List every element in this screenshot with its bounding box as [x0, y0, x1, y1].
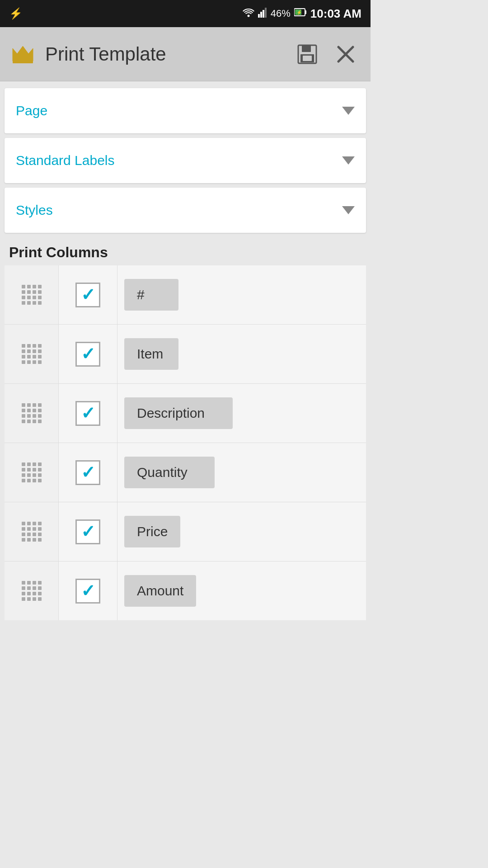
- time-display: 10:03 AM: [310, 7, 361, 21]
- drag-handle-grid-price: [22, 522, 42, 542]
- accordion-page[interactable]: Page: [5, 88, 366, 133]
- svg-rect-4: [265, 8, 267, 18]
- wifi-icon: [243, 7, 254, 20]
- save-button[interactable]: [291, 38, 323, 70]
- drag-handle-amount[interactable]: [5, 561, 59, 620]
- column-name-hash-button[interactable]: #: [124, 279, 178, 311]
- accordion-page-label: Page: [16, 103, 47, 118]
- svg-rect-1: [258, 14, 260, 18]
- drag-handle-hash[interactable]: [5, 265, 59, 324]
- checkbox-price[interactable]: ✓: [59, 502, 117, 561]
- column-name-price: Price: [117, 502, 366, 561]
- drag-handle-grid-description: [22, 403, 42, 423]
- checkbox-amount-wrapper[interactable]: ✓: [75, 579, 100, 604]
- checkmark-item: ✓: [81, 345, 95, 363]
- column-row-price: ✓ Price: [5, 502, 366, 561]
- checkbox-hash[interactable]: ✓: [59, 265, 117, 324]
- battery-icon: ⚡: [294, 7, 307, 20]
- accordion-standard-labels[interactable]: Standard Labels: [5, 138, 366, 183]
- drag-handle-quantity[interactable]: [5, 443, 59, 502]
- column-name-description-button[interactable]: Description: [124, 397, 233, 429]
- status-right: 46% ⚡ 10:03 AM: [243, 7, 361, 21]
- column-row-amount: ✓ Amount: [5, 561, 366, 620]
- drag-handle-description[interactable]: [5, 384, 59, 443]
- drag-handle-grid: [22, 285, 42, 305]
- drag-handle-grid-item: [22, 344, 42, 364]
- drag-handle-grid-amount: [22, 581, 42, 601]
- accordion-styles[interactable]: Styles: [5, 188, 366, 233]
- accordion-standard-labels-label: Standard Labels: [16, 153, 115, 168]
- accordion-styles-arrow: [342, 206, 355, 214]
- accordion-standard-labels-arrow: [342, 156, 355, 165]
- accordion-page-arrow: [342, 107, 355, 115]
- column-name-item-button[interactable]: Item: [124, 338, 178, 370]
- svg-rect-12: [302, 45, 311, 52]
- column-name-price-button[interactable]: Price: [124, 516, 180, 547]
- checkmark-hash: ✓: [81, 286, 95, 303]
- checkbox-item[interactable]: ✓: [59, 325, 117, 383]
- column-name-amount-button[interactable]: Amount: [124, 575, 196, 607]
- accordion-styles-label: Styles: [16, 203, 53, 218]
- status-bar: ⚡ 46% ⚡: [0, 0, 371, 27]
- column-row-item: ✓ Item: [5, 325, 366, 384]
- battery-percentage: 46%: [271, 8, 291, 19]
- svg-rect-14: [303, 56, 312, 61]
- svg-point-0: [247, 15, 249, 17]
- app-header: Print Template: [0, 27, 371, 81]
- column-name-description: Description: [117, 384, 366, 443]
- column-name-quantity-button[interactable]: Quantity: [124, 457, 215, 488]
- print-columns-table: ✓ # ✓ Item: [5, 265, 366, 620]
- column-row-quantity: ✓ Quantity: [5, 443, 366, 502]
- page-title: Print Template: [45, 43, 291, 65]
- status-left: ⚡: [9, 7, 23, 20]
- column-name-item: Item: [117, 325, 366, 383]
- drag-handle-grid-quantity: [22, 462, 42, 482]
- checkmark-price: ✓: [81, 523, 95, 540]
- checkbox-amount[interactable]: ✓: [59, 561, 117, 620]
- checkbox-price-wrapper[interactable]: ✓: [75, 519, 100, 544]
- close-button[interactable]: [330, 38, 361, 70]
- svg-text:⚡: ⚡: [296, 9, 302, 15]
- crown-icon: [9, 43, 36, 66]
- column-row-hash: ✓ #: [5, 265, 366, 325]
- checkbox-item-wrapper[interactable]: ✓: [75, 342, 100, 367]
- checkmark-description: ✓: [81, 405, 95, 422]
- checkbox-description[interactable]: ✓: [59, 384, 117, 443]
- header-actions: [291, 38, 361, 70]
- usb-icon: ⚡: [9, 7, 23, 20]
- print-columns-heading: Print Columns: [5, 237, 366, 265]
- drag-handle-price[interactable]: [5, 502, 59, 561]
- column-row-description: ✓ Description: [5, 384, 366, 443]
- column-name-hash: #: [117, 265, 366, 324]
- svg-rect-2: [260, 12, 262, 18]
- svg-rect-3: [263, 10, 264, 18]
- checkmark-quantity: ✓: [81, 464, 95, 481]
- checkbox-quantity[interactable]: ✓: [59, 443, 117, 502]
- checkmark-amount: ✓: [81, 582, 95, 599]
- content-area: Page Standard Labels Styles Print Column…: [0, 81, 371, 627]
- svg-rect-10: [13, 60, 33, 63]
- checkbox-quantity-wrapper[interactable]: ✓: [75, 460, 100, 485]
- svg-marker-9: [13, 46, 33, 61]
- checkbox-hash-wrapper[interactable]: ✓: [75, 283, 100, 307]
- checkbox-description-wrapper[interactable]: ✓: [75, 401, 100, 426]
- drag-handle-item[interactable]: [5, 325, 59, 383]
- column-name-amount: Amount: [117, 561, 366, 620]
- svg-rect-6: [305, 10, 306, 14]
- column-name-quantity: Quantity: [117, 443, 366, 502]
- signal-icon: [258, 8, 267, 20]
